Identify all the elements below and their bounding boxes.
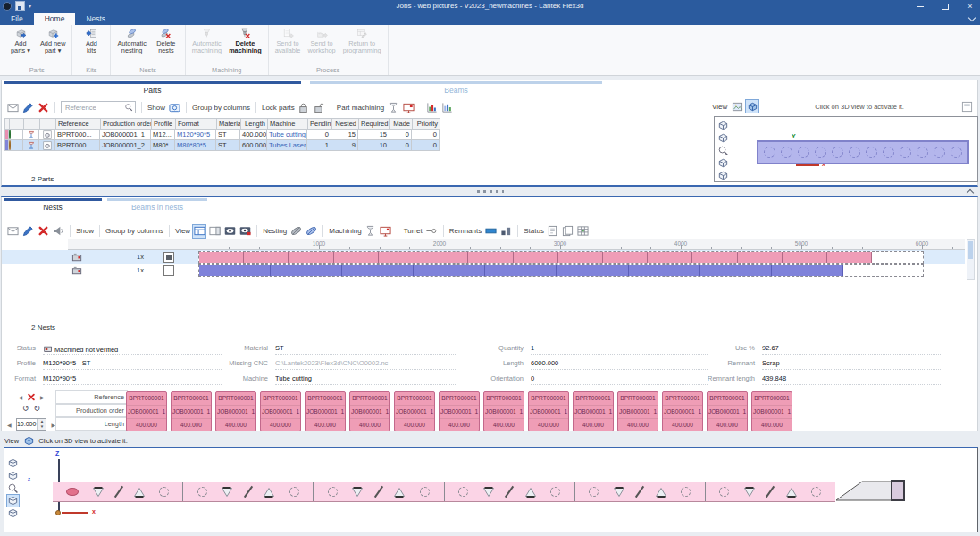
column-header-icon[interactable]	[24, 119, 40, 130]
column-header-reference[interactable]: Reference	[56, 119, 101, 130]
strip-next-icon[interactable]: ▶	[40, 394, 45, 400]
cube-icon[interactable]	[7, 470, 19, 482]
spinner-down-icon[interactable]: ▼	[38, 424, 46, 430]
nest-list-scrollbar[interactable]	[967, 239, 975, 280]
expand-view-icon[interactable]	[960, 100, 973, 113]
step-left-icon[interactable]: ◀	[7, 422, 12, 428]
step-value[interactable]: 10.000	[17, 419, 38, 430]
group-by-columns-button[interactable]: Group by columns	[105, 227, 163, 235]
column-header-priority[interactable]: Priority	[413, 119, 440, 130]
rotate-cw-icon[interactable]: ↻	[34, 405, 41, 413]
tab-beams-in-nests[interactable]: Beams in nests	[107, 198, 207, 216]
nest-part-card[interactable]: BPRT000001JOB000001_1400.000	[662, 391, 703, 431]
cube-icon[interactable]	[717, 170, 729, 181]
nest-part-card[interactable]: BPRT000001JOB000001_1400.000	[439, 391, 480, 431]
magnifier-icon[interactable]	[717, 145, 729, 156]
reference-search-input[interactable]: Reference	[61, 101, 136, 113]
column-header-production-order[interactable]: Production order	[101, 119, 152, 130]
nest-part-card[interactable]: BPRT000001JOB000001_1400.000	[305, 391, 346, 431]
cube-blue-icon[interactable]	[22, 434, 35, 447]
column-header-material[interactable]: Material	[217, 119, 241, 130]
status-copy-icon[interactable]	[562, 225, 574, 238]
feather-icon[interactable]	[289, 225, 302, 238]
pencil-icon[interactable]	[21, 225, 34, 238]
group-by-columns-button[interactable]: Group by columns	[192, 104, 250, 112]
ribbon-button-delete-nests[interactable]: Deletenests	[150, 26, 182, 66]
table-row[interactable]: BPRT000...JOB000001_2M80*...M80*80*5ST60…	[5, 140, 440, 151]
tab-parts[interactable]: Parts	[4, 81, 301, 99]
cube-icon[interactable]	[7, 457, 19, 469]
nest-row[interactable]: 1x	[2, 250, 965, 264]
image-ico-icon[interactable]	[731, 100, 743, 113]
ribbon-button-delete-machining[interactable]: Deletemachining	[225, 26, 265, 66]
nest-part-card[interactable]: BPRT000001JOB000001_1400.000	[349, 391, 390, 431]
status-grid-icon[interactable]	[577, 225, 590, 238]
monitor-red-icon[interactable]	[402, 101, 415, 113]
chart-add-icon[interactable]	[425, 101, 438, 113]
status-doc-icon[interactable]	[547, 225, 559, 238]
panel-splitter[interactable]	[0, 187, 980, 196]
column-header-pending[interactable]: Pending	[308, 119, 332, 130]
rotate-ccw-icon[interactable]: ↺	[22, 405, 29, 413]
column-header-format[interactable]: Format	[176, 119, 217, 130]
ribbon-tab-file[interactable]: File	[0, 13, 34, 25]
minimize-button[interactable]	[914, 0, 926, 13]
chart-icon[interactable]	[440, 101, 453, 113]
mail-icon[interactable]	[6, 101, 19, 113]
view-panel-icon[interactable]	[208, 225, 221, 238]
nest-part-card[interactable]: BPRT000001JOB000001_1400.000	[751, 391, 792, 431]
column-header-nested[interactable]: Nested	[332, 119, 359, 130]
close-button[interactable]: ×	[964, 0, 976, 13]
magnifier-icon[interactable]	[7, 482, 19, 494]
cube-sel-icon[interactable]	[7, 495, 19, 507]
nest-part-card[interactable]: BPRT000001JOB000001_1400.000	[171, 391, 212, 431]
maximize-button[interactable]	[939, 0, 951, 13]
remnant-dark-icon[interactable]	[499, 225, 512, 238]
ribbon-button-automatic-nesting[interactable]: Automaticnesting	[113, 26, 149, 66]
column-header-required[interactable]: Required	[359, 119, 390, 130]
view-table-sel-icon[interactable]	[193, 225, 205, 238]
cube-icon[interactable]	[717, 157, 729, 169]
nest-checkbox[interactable]	[163, 252, 174, 263]
nest-part-card[interactable]: BPRT000001JOB000001_1400.000	[394, 391, 435, 431]
nest-part-card[interactable]: BPRT000001JOB000001_1400.000	[573, 391, 614, 431]
tab-beams[interactable]: Beams	[310, 81, 602, 99]
nest-part-card[interactable]: BPRT000001JOB000001_1400.000	[528, 391, 569, 431]
strip-prev-icon[interactable]: ◀	[18, 394, 22, 400]
feather-blue-icon[interactable]	[305, 225, 317, 238]
show-button[interactable]: Show	[76, 227, 94, 235]
parts-3d-view[interactable]: Y Z x	[714, 116, 978, 182]
goblet-icon[interactable]	[364, 225, 377, 238]
ribbon-button-add-parts[interactable]: Addparts ▾	[4, 26, 37, 66]
eye-dark2-icon[interactable]	[239, 225, 251, 238]
column-header-made[interactable]: Made	[390, 119, 413, 130]
strip-delete-icon[interactable]	[27, 392, 36, 401]
unlock-icon[interactable]	[313, 101, 325, 113]
nest-checkbox[interactable]	[163, 265, 174, 276]
cube-blue-sel-icon[interactable]	[746, 100, 758, 113]
speaker-icon[interactable]	[52, 225, 64, 238]
x-red-icon[interactable]	[37, 225, 49, 238]
cube-icon[interactable]	[717, 120, 729, 131]
camera-icon[interactable]	[168, 101, 180, 113]
turret-icon[interactable]	[425, 225, 438, 238]
ribbon-button-add-kits[interactable]: Addkits	[75, 26, 107, 66]
cube-icon[interactable]	[7, 507, 19, 519]
cube-icon[interactable]	[717, 132, 729, 144]
column-header-length[interactable]: Length	[241, 119, 268, 130]
column-header-icon[interactable]	[10, 119, 24, 130]
monitor-red-icon[interactable]	[380, 225, 392, 238]
nest-part-card[interactable]: BPRT000001JOB000001_1400.000	[707, 391, 748, 431]
nest-row[interactable]: 1x	[2, 264, 965, 277]
column-header-machine[interactable]: Machine	[268, 119, 308, 130]
goblet-icon[interactable]	[387, 101, 399, 113]
nest-3d-view[interactable]: Z z x	[4, 447, 978, 532]
tab-nests[interactable]: Nests	[4, 198, 102, 216]
ribbon-tab-nests[interactable]: Nests	[75, 13, 116, 25]
mail-icon[interactable]	[6, 225, 19, 238]
table-row[interactable]: BPRT000...JOB000001_1M12...M120*90*5ST40…	[5, 130, 440, 140]
xred-icon[interactable]	[37, 101, 49, 113]
nest-part-card[interactable]: BPRT000001JOB000001_1400.000	[483, 391, 524, 431]
nest-part-card[interactable]: BPRT000001JOB000001_1400.000	[617, 391, 658, 431]
column-header-profile[interactable]: Profile	[152, 119, 176, 130]
